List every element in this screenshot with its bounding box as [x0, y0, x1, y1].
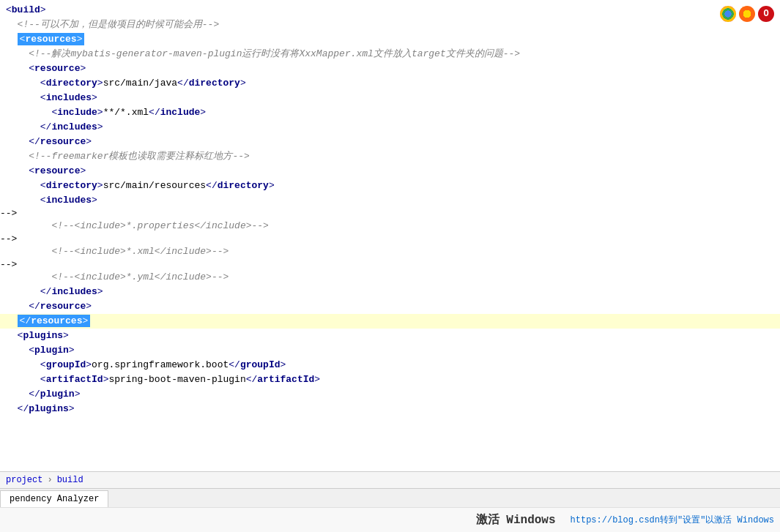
code-line-12: <resource>: [0, 164, 780, 179]
tab-dependency-analyzer[interactable]: pendency Analyzer: [0, 490, 108, 507]
breadcrumb-separator: ›: [47, 475, 52, 485]
code-line-17: <!--<include>*.yml</include>-->: [0, 270, 780, 285]
browser-icons: O: [720, 6, 774, 22]
resources-open-tag: <resources>: [18, 33, 85, 45]
code-line-8: <include>**/*.xml</include>: [0, 105, 780, 120]
code-line-24: <artifactId>spring-boot-maven-plugin</ar…: [0, 372, 780, 387]
code-line-22: <plugin>: [0, 343, 780, 358]
activation-bar: 激活 Windows https://blog.csdn转到"设置"以激活 Wi…: [0, 507, 780, 532]
tab-bar: pendency Analyzer: [0, 488, 780, 507]
code-line-18: </includes>: [0, 285, 780, 299]
code-line-1: <build>: [0, 3, 780, 18]
code-line-15: <!--<include>*.properties</include>-->: [0, 219, 780, 233]
activation-text: 激活 Windows: [476, 512, 556, 528]
code-line-21: <plugins>: [0, 329, 780, 343]
code-line-13: <directory>src/main/resources</directory…: [0, 179, 780, 193]
firefox-icon[interactable]: [739, 6, 755, 22]
code-line-20: </resources>: [0, 314, 780, 329]
code-line-26: </plugins>: [0, 402, 780, 416]
code-line-3: <resources>: [0, 32, 780, 47]
code-line-2: <!--可以不加，但是做项目的时候可能会用-->: [0, 18, 780, 32]
code-line-11: <!--freemarker模板也读取需要注释标红地方-->: [0, 149, 780, 164]
code-line-7: <includes>: [0, 91, 780, 105]
code-line-23: <groupId>org.springframework.boot</group…: [0, 358, 780, 372]
code-line-4: <!--解决mybatis-generator-maven-plugin运行时没…: [0, 47, 780, 61]
resources-close-tag: </resources>: [18, 315, 91, 327]
code-line-16: <!--<include>*.xml</include>-->: [0, 244, 780, 259]
chrome-icon[interactable]: [720, 6, 736, 22]
breadcrumb-build[interactable]: build: [57, 475, 83, 485]
activation-link[interactable]: https://blog.csdn转到"设置"以激活 Windows: [571, 514, 774, 526]
code-line-9: </includes>: [0, 120, 780, 135]
code-line-14: <includes>: [0, 193, 780, 208]
breadcrumb-project[interactable]: project: [6, 475, 42, 485]
code-editor: <build> <!--可以不加，但是做项目的时候可能会用--> <resour…: [0, 0, 780, 471]
code-line-19: </resource>: [0, 299, 780, 314]
code-line-6: <directory>src/main/java</directory>: [0, 76, 780, 91]
opera-icon[interactable]: O: [758, 6, 774, 22]
code-line-25: </plugin>: [0, 387, 780, 402]
code-line-10: </resource>: [0, 135, 780, 149]
breadcrumb-bar: project › build: [0, 471, 780, 488]
code-line-5: <resource>: [0, 61, 780, 76]
